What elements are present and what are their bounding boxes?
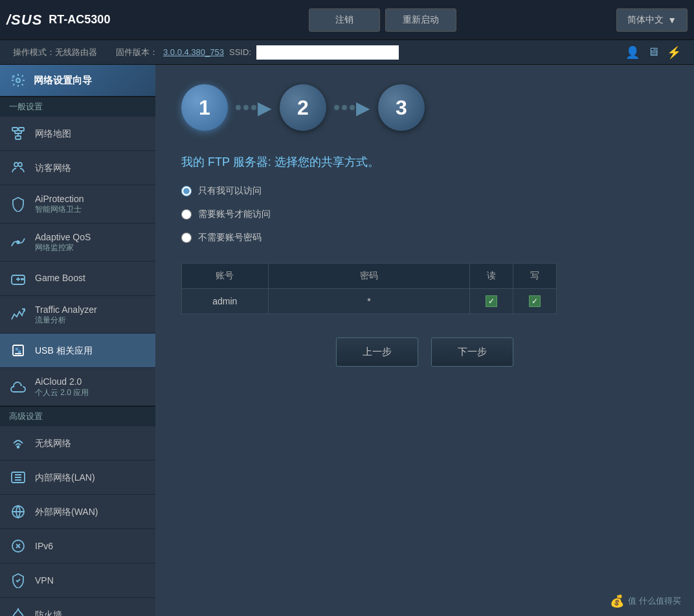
section-title: 我的 FTP 服务器: 选择您的共享方式。 (181, 154, 668, 170)
svg-rect-1 (12, 128, 17, 131)
firmware-label-text: 固件版本： (116, 47, 158, 58)
setup-icon (9, 71, 27, 89)
svg-point-6 (17, 241, 19, 244)
step-2-circle: 2 (280, 84, 326, 131)
svg-rect-3 (16, 136, 21, 139)
wan-label: 外部网络(WAN) (35, 506, 98, 518)
read-check-cell[interactable]: ✓ (470, 289, 513, 314)
content-area: 1 ▶ 2 ▶ 3 我的 FTP 服务器: 选择您的共享方式。 (155, 65, 694, 616)
password-cell: * (268, 289, 470, 314)
cloud-icon (9, 378, 27, 396)
wan-icon (9, 503, 27, 521)
vpn-label: VPN (35, 575, 54, 586)
network-map-label: 网络地图 (35, 128, 71, 139)
aiprotection-label: AiProtection 智能网络卫士 (35, 193, 84, 215)
mode-label: 操作模式：无线路由器 (13, 47, 97, 58)
game-icon (9, 269, 27, 288)
prev-button[interactable]: 上一步 (336, 337, 418, 367)
advanced-section-title: 高级设置 (0, 406, 155, 426)
firmware-label (102, 47, 111, 58)
language-button[interactable]: 简体中文 ▼ (616, 8, 688, 32)
ssid-label: SSID: (229, 47, 251, 57)
radio-only-me[interactable]: 只有我可以访问 (181, 185, 668, 197)
step-1-circle: 1 (181, 84, 228, 131)
general-section-title: 一般设置 (0, 97, 155, 117)
usb-apps-icon (9, 341, 27, 359)
restart-button[interactable]: 重新启动 (385, 8, 456, 32)
shield-icon (9, 195, 27, 213)
game-boost-label: Game Boost (35, 272, 85, 284)
lan-label: 内部网络(LAN) (35, 472, 95, 483)
svg-point-5 (18, 163, 22, 166)
firewall-label: 防火墙 (35, 609, 62, 616)
accounts-table: 账号 密码 读 写 admin * ✓ ✓ (181, 263, 557, 314)
sidebar-item-vpn[interactable]: VPN (0, 564, 155, 598)
sidebar-item-firewall[interactable]: 防火墙 (0, 598, 155, 616)
sidebar-item-aicloud[interactable]: AiCloud 2.0 个人云 2.0 应用 (0, 368, 155, 406)
sidebar-item-adaptive-qos[interactable]: Adaptive QoS 网络监控家 (0, 223, 155, 262)
step-3-circle: 3 (378, 84, 425, 131)
sidebar-item-wireless[interactable]: 无线网络 (0, 426, 155, 461)
traffic-icon (9, 305, 27, 323)
sidebar-item-ipv6[interactable]: IPv6 (0, 529, 155, 564)
account-name-cell: admin (182, 289, 269, 314)
col-read: 读 (470, 264, 513, 289)
step-arrow-2: ▶ (334, 97, 370, 119)
adaptive-qos-label: Adaptive QoS 网络监控家 (35, 231, 91, 253)
radio-group: 只有我可以访问 需要账号才能访问 不需要账号密码 (181, 185, 668, 244)
lan-icon (9, 468, 27, 486)
logout-button[interactable]: 注销 (309, 8, 380, 32)
info-bar-icons: 👤 🖥 ⚡ (625, 45, 681, 60)
monitor-icon[interactable]: 🖥 (647, 45, 659, 59)
model-name: RT-AC5300 (49, 13, 110, 27)
read-checkbox[interactable]: ✓ (486, 295, 497, 307)
chevron-down-icon: ▼ (667, 15, 677, 25)
wireless-icon (9, 434, 27, 452)
svg-rect-2 (19, 128, 24, 131)
sidebar-item-network-map[interactable]: 网络地图 (0, 117, 155, 151)
svg-point-9 (23, 279, 24, 280)
info-bar: 操作模式：无线路由器 固件版本： 3.0.0.4.380_753 SSID: 👤… (0, 40, 694, 65)
user-icon[interactable]: 👤 (625, 45, 640, 60)
top-nav-buttons: 注销 重新启动 (149, 8, 616, 32)
asus-logo: /SUS (6, 12, 42, 29)
logo-area: /SUS RT-AC5300 (6, 12, 149, 29)
aicloud-label: AiCloud 2.0 个人云 2.0 应用 (35, 376, 89, 398)
firewall-icon (9, 606, 27, 616)
sidebar-item-usb-apps[interactable]: USB 相关应用 (0, 334, 155, 368)
vpn-icon (9, 571, 27, 589)
radio-no-account[interactable]: 不需要账号密码 (181, 232, 668, 244)
wireless-label: 无线网络 (35, 437, 71, 449)
next-button[interactable]: 下一步 (431, 337, 513, 367)
ssid-input[interactable] (256, 45, 399, 60)
sidebar-item-lan[interactable]: 内部网络(LAN) (0, 461, 155, 495)
main-layout: 网络设置向导 一般设置 网络地图 (0, 65, 694, 616)
sidebar-item-aiprotection[interactable]: AiProtection 智能网络卫士 (0, 185, 155, 223)
sidebar-item-wan[interactable]: 外部网络(WAN) (0, 495, 155, 529)
radio-need-account[interactable]: 需要账号才能访问 (181, 209, 668, 220)
ipv6-label: IPv6 (35, 540, 53, 552)
ipv6-icon (9, 537, 27, 555)
write-checkbox[interactable]: ✓ (529, 295, 541, 307)
usb-icon[interactable]: ⚡ (667, 45, 681, 60)
col-account: 账号 (182, 264, 269, 289)
network-map-icon (9, 124, 27, 143)
svg-point-11 (17, 446, 19, 448)
steps-row: 1 ▶ 2 ▶ 3 (181, 84, 668, 131)
guest-icon (9, 159, 27, 177)
top-bar: /SUS RT-AC5300 注销 重新启动 简体中文 ▼ (0, 0, 694, 40)
sidebar-item-traffic-analyzer[interactable]: Traffic Analyzer 流量分析 (0, 296, 155, 334)
sidebar: 网络设置向导 一般设置 网络地图 (0, 65, 155, 616)
qos-icon (9, 233, 27, 251)
write-check-cell[interactable]: ✓ (513, 289, 557, 314)
col-write: 写 (513, 264, 557, 289)
svg-point-0 (16, 78, 20, 82)
table-row: admin * ✓ ✓ (182, 289, 557, 314)
sidebar-item-guest-network[interactable]: 访客网络 (0, 151, 155, 185)
guest-network-label: 访客网络 (35, 162, 71, 174)
firmware-version-link[interactable]: 3.0.0.4.380_753 (163, 47, 224, 57)
bottom-buttons: 上一步 下一步 (181, 337, 668, 367)
setup-wizard-label: 网络设置向导 (34, 74, 92, 87)
sidebar-item-game-boost[interactable]: Game Boost (0, 262, 155, 296)
sidebar-item-setup-wizard[interactable]: 网络设置向导 (0, 65, 155, 97)
